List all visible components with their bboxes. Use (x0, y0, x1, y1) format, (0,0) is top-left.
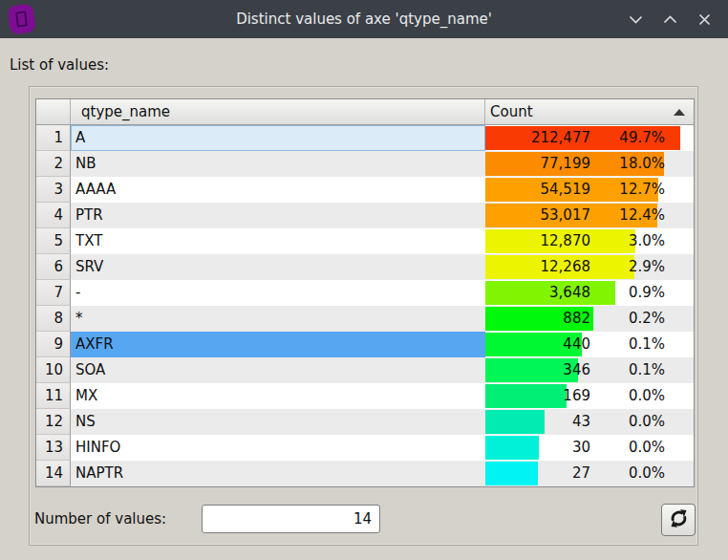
number-of-values-input[interactable] (202, 505, 380, 533)
value-cell[interactable]: * (71, 306, 485, 332)
value-cell[interactable]: A (71, 125, 485, 151)
row-number-cell[interactable]: 5 (36, 228, 71, 254)
count-value: 212,477 (485, 125, 590, 151)
list-of-values-label: List of values: (10, 56, 109, 74)
count-cell[interactable]: 8820.2% (485, 306, 694, 332)
count-value: 77,199 (485, 151, 590, 177)
count-cell[interactable]: 54,51912.7% (485, 177, 694, 203)
row-number-cell[interactable]: 11 (36, 383, 71, 409)
table-row[interactable]: 7-3,6480.9% (36, 280, 694, 306)
count-text: 3,6480.9% (485, 280, 694, 306)
value-cell[interactable]: MX (71, 383, 485, 409)
table-row[interactable]: 2NB77,19918.0% (36, 151, 694, 177)
table-row[interactable]: 12NS430.0% (36, 409, 694, 435)
count-percent: 0.0% (590, 461, 665, 486)
value-cell[interactable]: PTR (71, 203, 485, 228)
window-title: Distinct values of axe 'qtype_name' (236, 11, 492, 28)
count-percent: 0.0% (590, 383, 665, 409)
value-cell[interactable]: - (71, 280, 485, 306)
count-cell[interactable]: 430.0% (485, 409, 694, 435)
count-cell[interactable]: 4400.1% (485, 332, 694, 357)
shade-window-button[interactable] (623, 7, 648, 32)
value-cell[interactable]: TXT (71, 228, 485, 254)
table-corner-button[interactable] (36, 99, 71, 124)
row-number-cell[interactable]: 13 (36, 435, 71, 461)
table-header: qtype_name Count (36, 99, 694, 125)
table-row[interactable]: 11MX1690.0% (36, 383, 694, 409)
chevron-down-icon (629, 15, 643, 24)
row-number-cell[interactable]: 12 (36, 409, 71, 435)
table-row[interactable]: 4PTR53,01712.4% (36, 203, 694, 228)
count-percent: 0.0% (590, 409, 665, 435)
value-cell[interactable]: AXFR (71, 332, 485, 357)
count-cell[interactable]: 300.0% (485, 435, 694, 461)
count-value: 43 (485, 409, 590, 435)
count-value: 12,268 (485, 254, 590, 280)
count-cell[interactable]: 53,01712.4% (485, 203, 694, 228)
refresh-icon (669, 508, 689, 531)
table-body: 1A212,47749.7%2NB77,19918.0%3AAAA54,5191… (36, 125, 694, 486)
count-cell[interactable]: 12,8703.0% (485, 228, 694, 254)
count-cell[interactable]: 3460.1% (485, 357, 694, 383)
row-number-cell[interactable]: 14 (36, 461, 71, 486)
row-number-cell[interactable]: 2 (36, 151, 71, 177)
row-number-cell[interactable]: 7 (36, 280, 71, 306)
count-text: 54,51912.7% (485, 177, 694, 203)
count-percent: 12.7% (590, 177, 665, 203)
column-header-qtype-name[interactable]: qtype_name (71, 99, 485, 124)
value-cell[interactable]: NAPTR (71, 461, 485, 486)
count-text: 1690.0% (485, 383, 694, 409)
table-row[interactable]: 1A212,47749.7% (36, 125, 694, 151)
count-cell[interactable]: 212,47749.7% (485, 125, 694, 151)
row-number-cell[interactable]: 10 (36, 357, 71, 383)
row-number-cell[interactable]: 4 (36, 203, 71, 228)
app-icon[interactable] (7, 3, 35, 34)
count-value: 54,519 (485, 177, 590, 203)
row-number-cell[interactable]: 8 (36, 306, 71, 332)
value-cell[interactable]: SRV (71, 254, 485, 280)
sort-ascending-icon (674, 109, 685, 116)
count-value: 169 (485, 383, 590, 409)
column-header-count[interactable]: Count (485, 99, 694, 124)
number-of-values-label: Number of values: (34, 505, 166, 533)
value-cell[interactable]: NB (71, 151, 485, 177)
count-percent: 0.2% (590, 306, 665, 332)
count-value: 12,870 (485, 228, 590, 254)
count-cell[interactable]: 1690.0% (485, 383, 694, 409)
count-text: 12,8703.0% (485, 228, 694, 254)
table-row[interactable]: 6SRV12,2682.9% (36, 254, 694, 280)
table-row[interactable]: 14NAPTR270.0% (36, 461, 694, 486)
count-text: 212,47749.7% (485, 125, 694, 151)
count-text: 430.0% (485, 409, 694, 435)
count-value: 440 (485, 332, 590, 357)
row-number-cell[interactable]: 1 (36, 125, 71, 151)
maximize-window-button[interactable] (657, 7, 682, 32)
value-cell[interactable]: HINFO (71, 435, 485, 461)
count-cell[interactable]: 77,19918.0% (485, 151, 694, 177)
count-value: 30 (485, 435, 590, 461)
table-row[interactable]: 13HINFO300.0% (36, 435, 694, 461)
table-row[interactable]: 8*8820.2% (36, 306, 694, 332)
count-text: 4400.1% (485, 332, 694, 357)
table-row[interactable]: 9AXFR4400.1% (36, 332, 694, 357)
refresh-button[interactable] (661, 504, 696, 536)
count-percent: 0.9% (590, 280, 665, 306)
chevron-up-icon (663, 15, 677, 24)
row-number-cell[interactable]: 3 (36, 177, 71, 203)
count-cell[interactable]: 270.0% (485, 461, 694, 486)
value-cell[interactable]: NS (71, 409, 485, 435)
close-window-button[interactable] (692, 7, 717, 32)
table-row[interactable]: 10SOA3460.1% (36, 357, 694, 383)
table-row[interactable]: 5TXT12,8703.0% (36, 228, 694, 254)
count-value: 53,017 (485, 203, 590, 228)
count-cell[interactable]: 3,6480.9% (485, 280, 694, 306)
count-cell[interactable]: 12,2682.9% (485, 254, 694, 280)
table-row[interactable]: 3AAAA54,51912.7% (36, 177, 694, 203)
count-percent: 0.1% (590, 357, 665, 383)
value-cell[interactable]: SOA (71, 357, 485, 383)
row-number-cell[interactable]: 6 (36, 254, 71, 280)
column-header-count-label: Count (490, 103, 533, 120)
values-table: qtype_name Count 1A212,47749.7%2NB77,199… (35, 98, 695, 487)
row-number-cell[interactable]: 9 (36, 332, 71, 357)
value-cell[interactable]: AAAA (71, 177, 485, 203)
